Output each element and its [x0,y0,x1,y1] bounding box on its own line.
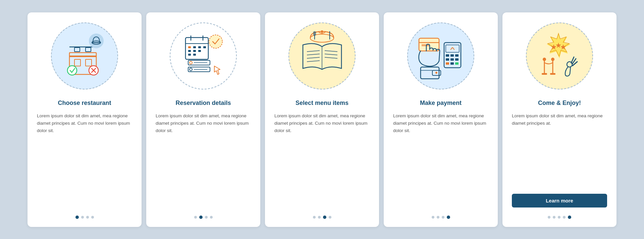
svg-rect-49 [446,45,459,52]
enjoy-icon [534,31,585,81]
svg-rect-18 [188,46,191,48]
svg-line-39 [307,61,320,62]
dot [91,216,94,219]
svg-line-38 [307,57,320,58]
svg-point-27 [209,35,222,48]
svg-point-32 [190,68,192,71]
dot [437,216,439,219]
card-title-1: Choose restaurant [58,99,111,107]
payment-icon [416,31,466,81]
svg-rect-25 [188,54,191,56]
svg-rect-21 [203,46,206,48]
cards-container: Choose restaurant Lorem ipsum dolor sit … [28,12,616,227]
dot [563,216,566,219]
dot [568,216,571,219]
dot [318,216,321,219]
card-text-5: Lorem ipsum dolor sit dim amet, mea regi… [512,112,607,188]
svg-rect-58 [455,62,459,65]
svg-rect-81 [550,73,555,75]
svg-rect-1 [74,59,80,66]
svg-rect-20 [198,46,201,48]
card-icon-area-3 [288,22,356,89]
dot [75,216,79,219]
svg-rect-55 [455,58,459,61]
dots-2 [194,216,213,219]
svg-line-37 [307,54,320,55]
dot [432,216,434,219]
svg-rect-80 [542,73,547,75]
card-text-1: Lorem ipsum dolor sit dim amet, mea regi… [37,112,132,209]
svg-rect-14 [185,38,208,59]
card-title-5: Come & Enjoy! [538,99,581,107]
card-come-enjoy: Come & Enjoy! Lorem ipsum dolor sit dim … [502,12,616,227]
svg-rect-54 [450,58,454,61]
card-reservation-details: Reservation details Lorem ipsum dolor si… [146,12,260,227]
svg-point-64 [435,72,437,74]
svg-point-44 [310,34,334,42]
card-icon-area-1 [51,22,118,89]
dot [194,216,197,219]
svg-line-41 [325,54,337,55]
dot [205,216,208,219]
card-make-payment: Make payment Lorem ipsum dolor sit dim a… [384,12,498,227]
svg-marker-34 [214,66,220,74]
card-title-2: Reservation details [175,99,231,107]
dot [199,216,203,219]
reservation-icon [178,31,228,81]
svg-rect-19 [193,46,196,48]
card-choose-restaurant: Choose restaurant Lorem ipsum dolor sit … [28,12,142,227]
restaurant-icon [59,31,110,81]
svg-rect-50 [446,54,449,57]
dot [548,216,550,219]
svg-point-29 [190,61,192,64]
svg-line-36 [307,51,320,52]
svg-point-77 [543,58,546,61]
dots-1 [75,216,94,219]
dot [313,216,316,219]
svg-rect-22 [188,50,191,52]
svg-line-40 [325,51,337,52]
svg-rect-56 [446,62,449,65]
dots-4 [432,216,450,219]
svg-line-42 [325,57,337,58]
dot [323,216,326,219]
dot [442,216,444,219]
card-select-menu: Select menu items Lorem ipsum dolor sit … [265,12,379,227]
card-title-4: Make payment [420,99,462,107]
svg-rect-2 [86,59,92,66]
svg-rect-26 [193,54,196,56]
card-text-2: Lorem ipsum dolor sit dim amet, mea regi… [156,112,251,209]
dot [81,216,84,219]
dot [210,216,213,219]
card-icon-area-4 [407,22,474,89]
svg-rect-4 [74,48,80,52]
svg-rect-53 [446,58,449,61]
dot [553,216,555,219]
dot [558,216,560,219]
card-icon-area-5 [526,22,593,89]
dots-5 [548,216,571,219]
card-text-4: Lorem ipsum dolor sit dim amet, mea regi… [393,112,488,209]
svg-rect-57 [450,62,454,65]
svg-point-10 [67,66,77,75]
svg-point-79 [551,58,554,61]
dots-3 [313,216,331,219]
card-title-3: Select menu items [296,99,348,107]
svg-rect-23 [193,50,196,52]
dot [329,216,331,219]
dot [447,216,450,219]
svg-rect-52 [455,54,459,57]
card-text-3: Lorem ipsum dolor sit dim amet, mea regi… [274,112,370,209]
menu-icon [296,30,348,82]
dot [86,216,89,219]
card-icon-area-2 [170,22,237,89]
svg-rect-24 [198,50,201,52]
svg-point-45 [321,31,323,33]
svg-rect-5 [86,48,91,52]
svg-rect-51 [450,54,454,57]
learn-more-button[interactable]: Learn more [512,194,607,207]
